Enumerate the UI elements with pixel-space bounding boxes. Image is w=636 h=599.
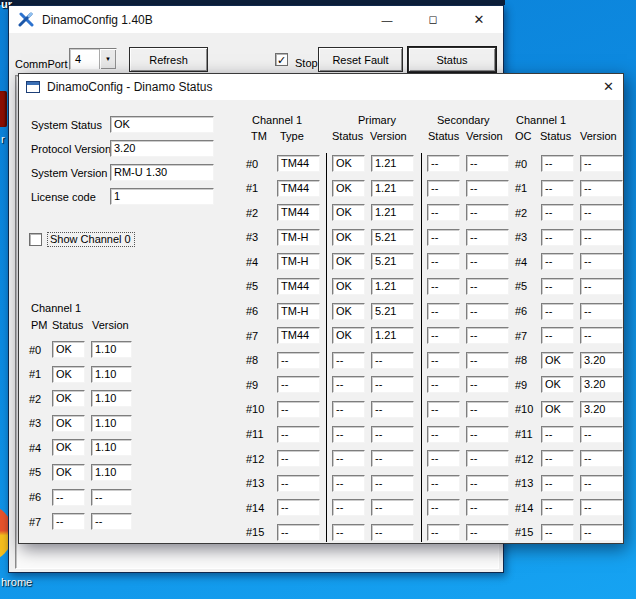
status-field[interactable]: -- — [427, 450, 460, 467]
version-field[interactable]: -- — [371, 450, 414, 467]
type-field[interactable]: TM44 — [277, 327, 320, 344]
version-field[interactable]: -- — [580, 180, 623, 197]
status-field[interactable]: -- — [541, 229, 574, 246]
version-field[interactable]: 1.10 — [91, 341, 132, 358]
dialog-close-icon[interactable]: ✕ — [603, 79, 614, 94]
version-field[interactable]: 3.20 — [580, 376, 623, 393]
field-value[interactable]: OK — [110, 116, 214, 133]
status-field[interactable]: -- — [52, 489, 85, 506]
close-icon[interactable]: ✕ — [456, 6, 502, 33]
status-field[interactable]: -- — [541, 426, 574, 443]
status-field[interactable]: OK — [52, 366, 85, 383]
version-field[interactable]: 1.10 — [91, 464, 132, 481]
type-field[interactable]: -- — [277, 401, 320, 418]
type-field[interactable]: TM44 — [277, 180, 320, 197]
type-field[interactable]: TM-H — [277, 253, 320, 270]
version-field[interactable]: -- — [580, 499, 623, 516]
status-field[interactable]: OK — [332, 327, 365, 344]
type-field[interactable]: -- — [277, 450, 320, 467]
version-field[interactable]: -- — [466, 499, 509, 516]
version-field[interactable]: -- — [466, 253, 509, 270]
version-field[interactable]: -- — [580, 303, 623, 320]
status-field[interactable]: -- — [52, 513, 85, 530]
version-field[interactable]: -- — [580, 426, 623, 443]
version-field[interactable]: -- — [580, 524, 623, 541]
type-field[interactable]: -- — [277, 524, 320, 541]
status-field[interactable]: -- — [427, 401, 460, 418]
status-field[interactable]: -- — [332, 524, 365, 541]
status-field[interactable]: -- — [427, 524, 460, 541]
reset-fault-button[interactable]: Reset Fault — [318, 47, 403, 72]
version-field[interactable]: -- — [466, 524, 509, 541]
status-field[interactable]: -- — [541, 475, 574, 492]
version-field[interactable]: -- — [580, 450, 623, 467]
version-field[interactable]: -- — [371, 426, 414, 443]
status-field[interactable]: -- — [427, 155, 460, 172]
status-field[interactable]: OK — [332, 253, 365, 270]
status-field[interactable]: OK — [332, 303, 365, 320]
version-field[interactable]: -- — [580, 155, 623, 172]
dropdown-arrow-icon[interactable]: ▼ — [99, 49, 116, 69]
desktop-icon-partial[interactable] — [0, 91, 7, 127]
version-field[interactable]: -- — [91, 513, 132, 530]
status-field[interactable]: -- — [541, 253, 574, 270]
version-field[interactable]: -- — [371, 499, 414, 516]
version-field[interactable]: 5.21 — [371, 303, 414, 320]
status-field[interactable]: -- — [332, 499, 365, 516]
version-field[interactable]: 5.21 — [371, 253, 414, 270]
status-field[interactable]: -- — [541, 180, 574, 197]
status-field[interactable]: OK — [541, 376, 574, 393]
version-field[interactable]: -- — [371, 401, 414, 418]
version-field[interactable]: -- — [466, 229, 509, 246]
type-field[interactable]: TM44 — [277, 278, 320, 295]
type-field[interactable]: TM-H — [277, 303, 320, 320]
checkbox-icon[interactable] — [29, 233, 42, 246]
status-field[interactable]: -- — [541, 327, 574, 344]
version-field[interactable]: 1.21 — [371, 180, 414, 197]
status-field[interactable]: OK — [332, 180, 365, 197]
version-field[interactable]: -- — [466, 352, 509, 369]
version-field[interactable]: 1.21 — [371, 327, 414, 344]
version-field[interactable]: -- — [466, 376, 509, 393]
version-field[interactable]: -- — [466, 450, 509, 467]
version-field[interactable]: -- — [580, 229, 623, 246]
version-field[interactable]: -- — [371, 475, 414, 492]
version-field[interactable]: -- — [580, 253, 623, 270]
version-field[interactable]: -- — [466, 475, 509, 492]
status-field[interactable]: OK — [52, 415, 85, 432]
version-field[interactable]: -- — [580, 475, 623, 492]
version-field[interactable]: -- — [371, 376, 414, 393]
type-field[interactable]: -- — [277, 426, 320, 443]
status-field[interactable]: OK — [332, 155, 365, 172]
status-field[interactable]: -- — [541, 450, 574, 467]
status-field[interactable]: OK — [52, 439, 85, 456]
version-field[interactable]: 1.10 — [91, 439, 132, 456]
version-field[interactable]: -- — [466, 426, 509, 443]
type-field[interactable]: -- — [277, 352, 320, 369]
status-field[interactable]: -- — [427, 352, 460, 369]
status-field[interactable]: -- — [332, 352, 365, 369]
status-field[interactable]: OK — [332, 278, 365, 295]
type-field[interactable]: -- — [277, 475, 320, 492]
commport-select[interactable]: 4 ▼ — [69, 48, 117, 70]
status-field[interactable]: -- — [541, 278, 574, 295]
status-field[interactable]: -- — [332, 376, 365, 393]
field-value[interactable]: 1 — [110, 188, 214, 205]
version-field[interactable]: 1.10 — [91, 390, 132, 407]
version-field[interactable]: -- — [466, 327, 509, 344]
status-field[interactable]: -- — [427, 303, 460, 320]
status-field[interactable]: OK — [541, 352, 574, 369]
version-field[interactable]: -- — [580, 327, 623, 344]
field-value[interactable]: RM-U 1.30 — [110, 164, 214, 181]
status-field[interactable]: OK — [332, 204, 365, 221]
version-field[interactable]: 1.10 — [91, 415, 132, 432]
version-field[interactable]: 3.20 — [580, 401, 623, 418]
desktop-icon-label-partial-mid[interactable]: r — [1, 133, 5, 145]
version-field[interactable]: -- — [371, 524, 414, 541]
version-field[interactable]: -- — [580, 278, 623, 295]
version-field[interactable]: -- — [466, 401, 509, 418]
status-field[interactable]: -- — [427, 180, 460, 197]
status-field[interactable]: OK — [52, 390, 85, 407]
status-field[interactable]: OK — [332, 229, 365, 246]
status-field[interactable]: -- — [427, 229, 460, 246]
